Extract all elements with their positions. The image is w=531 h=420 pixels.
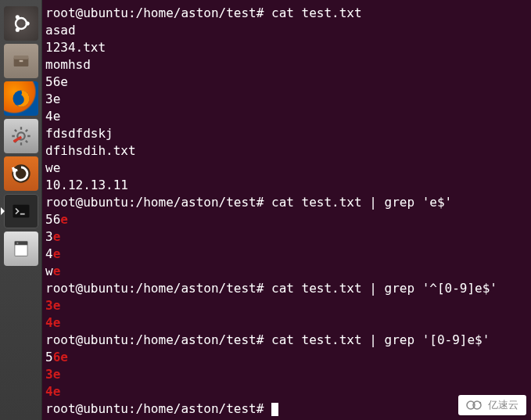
output-line: 10.12.13.11 [45, 177, 528, 194]
grep-match: e [53, 229, 61, 244]
grep-match: 4e [45, 315, 60, 330]
shell-prompt: root@ubuntu:/home/aston/test# [45, 332, 264, 347]
prompt-line: root@ubuntu:/home/aston/test# cat test.t… [45, 332, 528, 349]
output-line: 56e [45, 211, 528, 228]
output-line: 4e [45, 108, 528, 125]
prompt-line: root@ubuntu:/home/aston/test# cat test.t… [45, 194, 528, 211]
svg-rect-6 [19, 60, 23, 62]
svg-point-2 [15, 15, 19, 19]
software-updater-icon[interactable] [4, 156, 38, 191]
text-editor-icon[interactable] [4, 232, 38, 266]
command-text: cat test.txt | grep 'e$' [271, 195, 452, 210]
shell-prompt: root@ubuntu:/home/aston/test# [45, 281, 264, 296]
watermark: 亿速云 [458, 395, 526, 415]
output-line: 3e [45, 366, 528, 383]
output-line: 1234.txt [45, 39, 528, 56]
svg-point-14 [16, 242, 18, 244]
output-line: 4e [45, 383, 528, 400]
command-text: cat test.txt | grep '^[0-9]e$' [271, 281, 497, 296]
output-line: asad [45, 22, 528, 39]
output-line: fdsdfdskj [45, 125, 528, 142]
output-line: 3e [45, 297, 528, 314]
svg-point-17 [479, 402, 481, 404]
system-settings-icon[interactable] [4, 119, 38, 153]
output-line: 56e [45, 349, 528, 366]
terminal-cursor [271, 403, 278, 416]
file-manager-icon[interactable] [4, 44, 38, 78]
output-line: dfihsdih.txt [45, 142, 528, 160]
shell-prompt: root@ubuntu:/home/aston/test# [45, 5, 264, 20]
command-text: cat test.txt [271, 5, 362, 20]
output-line: 3e [45, 91, 528, 108]
watermark-logo-icon [466, 400, 483, 411]
grep-match: 3e [45, 367, 60, 382]
grep-match: 4e [45, 384, 60, 399]
terminal-icon[interactable] [4, 194, 38, 228]
unity-launcher [0, 0, 42, 420]
output-line: 56e [45, 74, 528, 91]
svg-rect-11 [13, 205, 29, 217]
command-text: cat test.txt | grep '[0-9]e$' [271, 332, 490, 347]
grep-match: e [53, 264, 61, 278]
output-line: we [45, 263, 528, 280]
ubuntu-dash-icon[interactable] [4, 6, 38, 41]
grep-match: e [60, 212, 68, 227]
svg-point-0 [16, 18, 27, 29]
svg-point-1 [25, 21, 29, 25]
output-line: 4e [45, 246, 528, 263]
output-line: 4e [45, 314, 528, 332]
firefox-icon[interactable] [4, 81, 38, 116]
prompt-line: root@ubuntu:/home/aston/test# cat test.t… [45, 280, 528, 297]
svg-rect-5 [13, 56, 28, 59]
grep-match: 3e [45, 298, 60, 313]
prompt-line: root@ubuntu:/home/aston/test# [45, 400, 528, 418]
output-line: we [45, 160, 528, 177]
svg-point-3 [15, 28, 19, 32]
shell-prompt: root@ubuntu:/home/aston/test# [45, 401, 264, 416]
output-line: momhsd [45, 56, 528, 74]
output-line: 3e [45, 228, 528, 246]
shell-prompt: root@ubuntu:/home/aston/test# [45, 195, 264, 210]
terminal-output[interactable]: root@ubuntu:/home/aston/test# cat test.t… [42, 0, 531, 420]
prompt-line: root@ubuntu:/home/aston/test# cat test.t… [45, 5, 528, 22]
grep-match: 6e [53, 350, 68, 364]
watermark-text: 亿速云 [488, 398, 518, 412]
grep-match: e [53, 246, 61, 261]
